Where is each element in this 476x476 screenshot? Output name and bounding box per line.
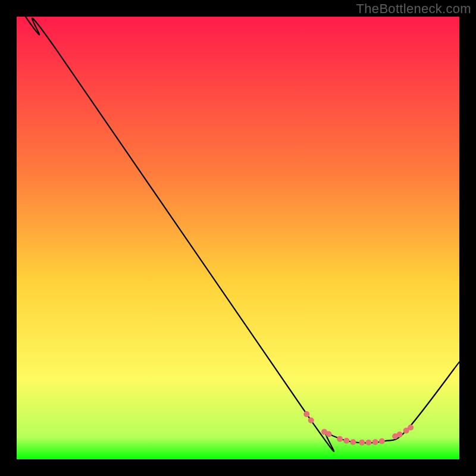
highlight-dot xyxy=(408,424,414,430)
highlight-dot xyxy=(372,439,378,445)
highlight-dot xyxy=(365,440,371,446)
highlight-dot xyxy=(303,411,309,417)
chart-svg xyxy=(17,17,459,459)
highlight-dot xyxy=(350,439,356,445)
highlight-dot xyxy=(337,436,343,442)
highlight-dot xyxy=(397,431,403,437)
highlight-dot xyxy=(343,438,349,444)
highlight-dot xyxy=(308,418,314,424)
gradient-background xyxy=(17,17,459,459)
chart-frame: TheBottleneck.com xyxy=(0,0,476,476)
highlight-dot xyxy=(326,431,332,437)
watermark-text: TheBottleneck.com xyxy=(356,1,471,17)
plot-area xyxy=(17,17,459,459)
highlight-dot xyxy=(359,440,365,446)
highlight-dot xyxy=(379,439,385,444)
